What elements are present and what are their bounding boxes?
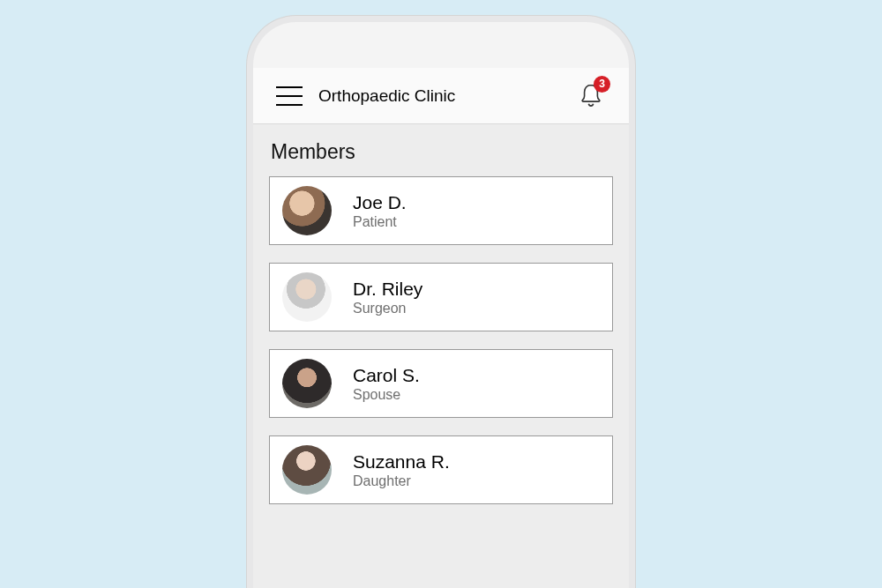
member-role: Surgeon [353, 301, 422, 316]
member-card[interactable]: Joe D. Patient [269, 176, 613, 245]
member-info: Dr. Riley Surgeon [353, 279, 422, 316]
member-card[interactable]: Carol S. Spouse [269, 349, 613, 418]
section-title: Members [271, 140, 611, 164]
member-name: Carol S. [353, 365, 420, 386]
avatar [282, 186, 332, 235]
member-card[interactable]: Dr. Riley Surgeon [269, 263, 613, 331]
notification-badge: 3 [594, 76, 610, 93]
member-info: Joe D. Patient [353, 192, 407, 230]
member-role: Daughter [353, 473, 450, 489]
avatar [282, 272, 332, 322]
member-name: Suzanna R. [353, 451, 450, 473]
avatar [282, 445, 332, 495]
member-name: Joe D. [353, 192, 407, 213]
notifications-button[interactable]: 3 [576, 81, 606, 111]
phone-frame: Orthopaedic Clinic 3 Members Joe D. Pati… [247, 16, 635, 588]
member-role: Patient [353, 214, 407, 230]
members-section: Members Joe D. Patient Dr. Riley Surgeon… [253, 124, 629, 588]
page-title: Orthopaedic Clinic [318, 86, 576, 106]
member-role: Spouse [353, 387, 420, 403]
member-info: Carol S. Spouse [353, 365, 420, 403]
menu-icon[interactable] [276, 86, 303, 106]
member-name: Dr. Riley [353, 279, 422, 300]
member-card[interactable]: Suzanna R. Daughter [269, 435, 613, 504]
app-header: Orthopaedic Clinic 3 [253, 68, 629, 124]
member-info: Suzanna R. Daughter [353, 451, 450, 489]
avatar [282, 359, 332, 408]
